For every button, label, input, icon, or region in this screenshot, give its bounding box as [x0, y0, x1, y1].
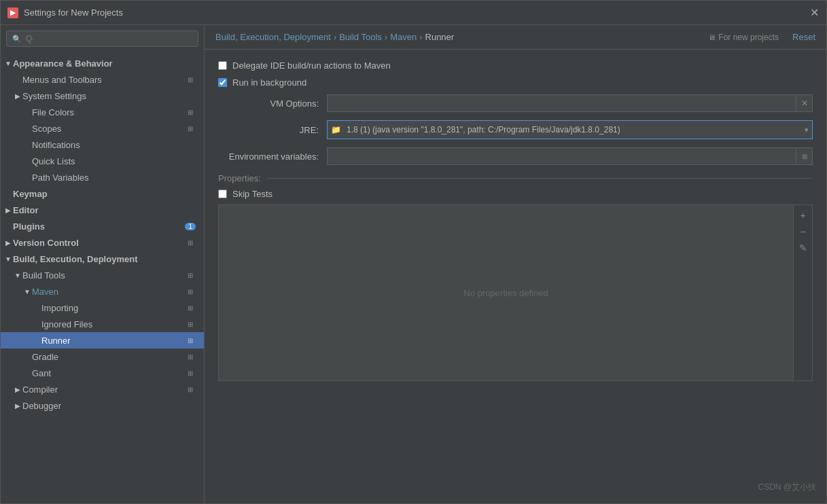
sidebar-tree: ▼ Appearance & Behavior Menus and Toolba… [1, 52, 204, 503]
properties-toolbar: + − ✎ [793, 205, 812, 380]
properties-label: Properties: [218, 173, 813, 183]
sidebar-item-label: Build Tools [22, 270, 185, 281]
breadcrumb: Build, Execution, Deployment › Build Too… [205, 25, 826, 50]
delegate-checkbox[interactable] [218, 61, 227, 70]
sidebar-item-build-tools[interactable]: ▼ Build Tools ⊞ [1, 267, 204, 283]
env-vars-input[interactable] [327, 147, 796, 165]
sidebar-item-label: Keymap [13, 189, 198, 199]
run-background-label[interactable]: Run in background [232, 77, 306, 88]
sidebar-item-label: System Settings [22, 91, 198, 101]
delegate-row: Delegate IDE build/run actions to Maven [218, 60, 813, 71]
sidebar-item-version-control[interactable]: ▶ Version Control ⊞ [1, 234, 204, 251]
external-icon: ⊞ [185, 302, 196, 313]
vm-options-field: ✕ [327, 94, 813, 112]
sidebar-item-keymap[interactable]: Keymap [1, 185, 204, 202]
sidebar-item-label: Version Control [13, 238, 185, 248]
skip-tests-checkbox[interactable] [218, 190, 227, 198]
sidebar-item-file-colors[interactable]: File Colors ⊞ [1, 104, 204, 120]
run-background-checkbox[interactable] [218, 78, 227, 87]
sidebar-item-plugins[interactable]: Plugins 1 [1, 218, 204, 234]
sidebar-item-label: File Colors [32, 107, 185, 118]
main-content: 🔍 ▼ Appearance & Behavior Menus and Tool… [1, 25, 826, 503]
jre-dropdown-wrapper: 1.8 (1) (java version "1.8.0_281", path:… [327, 120, 813, 139]
env-vars-label: Environment variables: [218, 151, 327, 162]
sidebar-item-runner[interactable]: Runner ⊞ [1, 332, 204, 348]
external-icon: ⊞ [185, 123, 196, 134]
sidebar-item-maven[interactable]: ▼ Maven ⊞ [1, 283, 204, 300]
sidebar-item-label: Maven [32, 287, 185, 297]
sidebar-item-label: Path Variables [32, 173, 198, 183]
search-icon: 🔍 [12, 35, 22, 43]
close-button[interactable]: ✕ [809, 7, 820, 18]
plugins-badge: 1 [185, 223, 196, 230]
remove-property-button[interactable]: − [796, 224, 811, 239]
sidebar-item-label: Runner [41, 336, 185, 346]
sidebar-item-label: Quick Lists [32, 156, 198, 166]
sidebar-item-quick-lists[interactable]: Quick Lists [1, 153, 204, 169]
vm-options-clear-btn[interactable]: ✕ [796, 94, 813, 112]
app-icon: ▶ [7, 7, 18, 18]
env-vars-row: Environment variables: ⊞ [218, 147, 813, 165]
sidebar-item-label: Compiler [22, 384, 185, 395]
sidebar-item-label: Scopes [32, 124, 185, 134]
add-property-button[interactable]: + [796, 208, 811, 223]
sidebar-item-label: Debugger [22, 401, 198, 411]
external-icon: ⊞ [185, 319, 196, 329]
vm-options-label: VM Options: [218, 98, 327, 109]
sidebar-item-gant[interactable]: Gant ⊞ [1, 365, 204, 381]
sidebar-item-scopes[interactable]: Scopes ⊞ [1, 120, 204, 137]
sidebar-item-system-settings[interactable]: ▶ System Settings [1, 88, 204, 104]
external-icon: ⊞ [185, 270, 196, 281]
external-icon: ⊞ [185, 237, 196, 248]
arrow-icon: ▼ [3, 60, 13, 67]
search-input[interactable] [26, 34, 192, 43]
sidebar-item-label: Build, Execution, Deployment [13, 254, 198, 264]
properties-list: No properties defined [219, 205, 793, 380]
sidebar-item-debugger[interactable]: ▶ Debugger [1, 397, 204, 414]
sidebar-item-label: Gradle [32, 352, 185, 362]
sidebar-item-build-exec-deploy[interactable]: ▼ Build, Execution, Deployment [1, 251, 204, 267]
sidebar-item-editor[interactable]: ▶ Editor [1, 202, 204, 218]
sidebar-item-label: Appearance & Behavior [13, 58, 198, 69]
sidebar-item-importing[interactable]: Importing ⊞ [1, 300, 204, 316]
external-icon: ⊞ [185, 107, 196, 118]
external-icon: ⊞ [185, 384, 196, 395]
sidebar-item-ignored-files[interactable]: Ignored Files ⊞ [1, 316, 204, 332]
arrow-icon: ▶ [3, 239, 13, 247]
properties-label-text: Properties: [218, 173, 261, 183]
for-new-icon: 🖥 [708, 33, 716, 41]
sidebar-item-appearance-behavior[interactable]: ▼ Appearance & Behavior [1, 55, 204, 71]
delegate-label[interactable]: Delegate IDE build/run actions to Maven [232, 60, 391, 71]
arrow-icon: ▶ [13, 386, 22, 393]
run-background-row: Run in background [218, 77, 813, 88]
env-vars-btn[interactable]: ⊞ [796, 147, 813, 165]
vm-options-input[interactable] [327, 94, 796, 112]
window-title: Settings for New Projects [24, 7, 809, 18]
arrow-icon: ▼ [3, 255, 13, 263]
sidebar-item-notifications[interactable]: Notifications [1, 137, 204, 153]
breadcrumb-sep-3: › [419, 32, 422, 42]
sidebar-item-compiler[interactable]: ▶ Compiler ⊞ [1, 381, 204, 397]
vm-options-input-group: ✕ [327, 94, 813, 112]
reset-button[interactable]: Reset [792, 32, 815, 42]
sidebar-item-menus-toolbars[interactable]: Menus and Toolbars ⊞ [1, 71, 204, 88]
jre-select[interactable]: 1.8 (1) (java version "1.8.0_281", path:… [327, 120, 813, 139]
breadcrumb-part-1: Build, Execution, Deployment [215, 32, 331, 42]
for-new-label: For new projects [718, 33, 779, 42]
search-box[interactable]: 🔍 [6, 31, 198, 47]
external-icon: ⊞ [185, 335, 196, 346]
watermark: CSDN @艾小扶 [758, 482, 816, 493]
sidebar-item-label: Menus and Toolbars [22, 75, 185, 85]
sidebar-item-label: Notifications [32, 140, 198, 150]
jre-row: JRE: 1.8 (1) (java version "1.8.0_281", … [218, 120, 813, 139]
sidebar-item-label: Plugins [13, 221, 185, 232]
arrow-icon: ▶ [13, 402, 22, 410]
breadcrumb-part-3: Maven [390, 32, 417, 42]
skip-tests-label[interactable]: Skip Tests [232, 189, 272, 199]
titlebar: ▶ Settings for New Projects ✕ [1, 1, 826, 25]
sidebar-item-gradle[interactable]: Gradle ⊞ [1, 348, 204, 365]
edit-property-button[interactable]: ✎ [796, 240, 811, 255]
external-icon: ⊞ [185, 351, 196, 362]
sidebar-item-path-variables[interactable]: Path Variables [1, 169, 204, 185]
skip-tests-row: Skip Tests [218, 189, 813, 199]
